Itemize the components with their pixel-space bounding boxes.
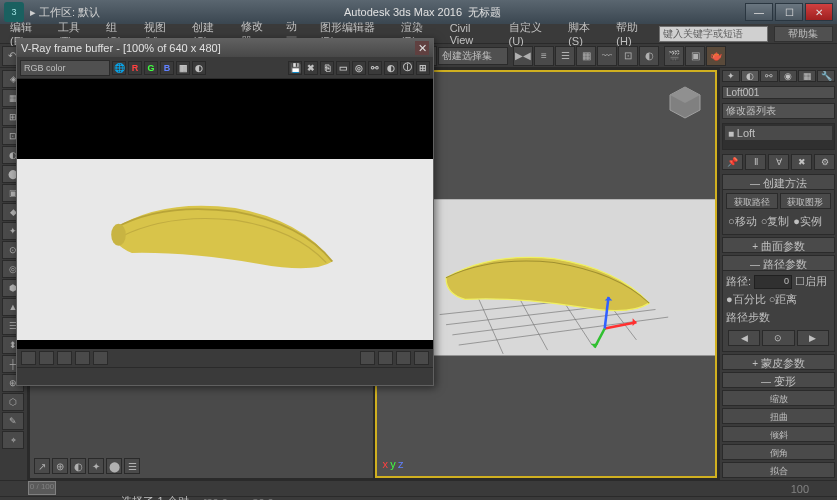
render-frame-button[interactable]: ▣ [685,46,705,66]
radio-copy[interactable]: ○复制 [761,214,790,229]
vp-tool-2[interactable]: ⊕ [52,458,68,474]
stack-item[interactable]: ■ Loft [725,126,832,140]
vray-sb-5[interactable] [93,351,108,365]
vp-tool-1[interactable]: ↗ [34,458,50,474]
time-slider[interactable]: 0 / 100 0 100 [0,480,837,496]
workspace-dropdown[interactable]: ▸ 工作区: 默认 [30,5,100,20]
tab-motion[interactable]: ◉ [779,70,797,82]
vray-sb-3[interactable] [57,351,72,365]
schematic-button[interactable]: ⊡ [618,46,638,66]
vray-r-channel[interactable]: R [128,61,142,75]
deform-twist-button[interactable]: 扭曲 [722,408,835,424]
vray-alpha-button[interactable]: ▦ [176,61,190,75]
vray-sb-4[interactable] [75,351,90,365]
vray-cc-button[interactable]: ◐ [384,61,398,75]
tab-utilities[interactable]: 🔧 [817,70,835,82]
rollout-create-method[interactable]: — 创建方法 [722,174,835,190]
rollout-surface[interactable]: + 曲面参数 [722,237,835,253]
pin-stack-button[interactable]: 📌 [722,154,743,170]
close-button[interactable]: ✕ [805,3,833,21]
vray-b-channel[interactable]: B [160,61,174,75]
modifier-stack[interactable]: ■ Loft [722,123,835,150]
vray-save-button[interactable]: 💾 [288,61,302,75]
tab-modify[interactable]: ◐ [741,70,759,82]
menu-help[interactable]: 帮助(H) [610,20,659,47]
object-name-field[interactable]: Loft001 [722,86,835,99]
vray-sb-6[interactable] [360,351,375,365]
deform-teeter-button[interactable]: 倾斜 [722,426,835,442]
selection-set-dropdown[interactable]: 创建选择集 [438,47,508,65]
ribbon-button[interactable]: ▦ [576,46,596,66]
tool-r[interactable]: ⬡ [2,393,24,411]
modifier-list-dropdown[interactable]: 修改器列表 [722,103,835,119]
tab-display[interactable]: ▦ [798,70,816,82]
search-input[interactable]: 键入关键字或短语 [659,26,768,42]
radio-distance[interactable]: ○距离 [769,292,798,307]
radio-move[interactable]: ○移动 [728,214,757,229]
vray-sb-8[interactable] [396,351,411,365]
get-shape-button[interactable]: 获取图形 [780,193,832,209]
deform-fit-button[interactable]: 拟合 [722,462,835,478]
path-pick-button[interactable]: ⊙ [762,330,794,346]
vray-g-channel[interactable]: G [144,61,158,75]
show-end-button[interactable]: Ⅱ [745,154,766,170]
vray-sb-9[interactable] [414,351,429,365]
vray-copy-button[interactable]: ⎘ [320,61,334,75]
tool-t[interactable]: ⌖ [2,431,24,449]
vray-mono-button[interactable]: ◐ [192,61,206,75]
layer-button[interactable]: ☰ [555,46,575,66]
time-marker[interactable]: 0 / 100 [28,481,56,495]
vray-link-button[interactable]: ⚯ [368,61,382,75]
path-spinner[interactable]: 0 [754,275,792,289]
path-next-button[interactable]: ▶ [797,330,829,346]
deform-bevel-button[interactable]: 倒角 [722,444,835,460]
remove-button[interactable]: ✖ [791,154,812,170]
vray-hist-button[interactable]: ⊞ [416,61,430,75]
vray-region-button[interactable]: ▭ [336,61,350,75]
tool-s[interactable]: ✎ [2,412,24,430]
vp-tool-5[interactable]: ⬤ [106,458,122,474]
vray-frame-buffer-window[interactable]: V-Ray frame buffer - [100% of 640 x 480]… [16,38,434,386]
render-button[interactable]: 🫖 [706,46,726,66]
vray-render-image[interactable] [17,79,433,349]
vp-tool-3[interactable]: ◐ [70,458,86,474]
deform-scale-button[interactable]: 缩放 [722,390,835,406]
tab-hierarchy[interactable]: ⚯ [760,70,778,82]
menu-script[interactable]: 脚本(S) [562,20,610,47]
vray-close-button[interactable]: ✕ [415,41,429,55]
menu-civil[interactable]: Civil View [444,22,503,46]
radio-percent[interactable]: ●百分比 [726,292,766,307]
app-title: Autodesk 3ds Max 2016 [344,6,462,18]
unique-button[interactable]: ∀ [768,154,789,170]
render-setup-button[interactable]: 🎬 [664,46,684,66]
config-button[interactable]: ⚙ [814,154,835,170]
vray-channel-dropdown[interactable]: RGB color [20,60,110,76]
radio-instance[interactable]: ●实例 [793,214,822,229]
vray-sb-1[interactable] [21,351,36,365]
vray-sb-7[interactable] [378,351,393,365]
vray-track-button[interactable]: ◎ [352,61,366,75]
menu-custom[interactable]: 自定义(U) [503,20,563,47]
mirror-button[interactable]: ▶◀ [513,46,533,66]
app-logo[interactable]: 3 [4,2,24,22]
help-button[interactable]: 帮助集 [774,26,833,42]
vray-sb-2[interactable] [39,351,54,365]
vp-tool-4[interactable]: ✦ [88,458,104,474]
vray-info-button[interactable]: ⓘ [400,61,414,75]
vp-tool-6[interactable]: ☰ [124,458,140,474]
viewcube[interactable] [665,82,705,122]
vray-clear-button[interactable]: ✖ [304,61,318,75]
enable-checkbox[interactable]: ☐启用 [795,274,827,289]
material-button[interactable]: ◐ [639,46,659,66]
curve-editor-button[interactable]: 〰 [597,46,617,66]
vray-globe-icon[interactable]: 🌐 [112,61,126,75]
minimize-button[interactable]: — [745,3,773,21]
path-prev-button[interactable]: ◀ [728,330,760,346]
rollout-deform[interactable]: — 变形 [722,372,835,388]
tab-create[interactable]: ✦ [722,70,740,82]
rollout-path[interactable]: — 路径参数 [722,255,835,271]
rollout-skin[interactable]: + 蒙皮参数 [722,354,835,370]
maximize-button[interactable]: ☐ [775,3,803,21]
align-button[interactable]: ≡ [534,46,554,66]
get-path-button[interactable]: 获取路径 [726,193,778,209]
